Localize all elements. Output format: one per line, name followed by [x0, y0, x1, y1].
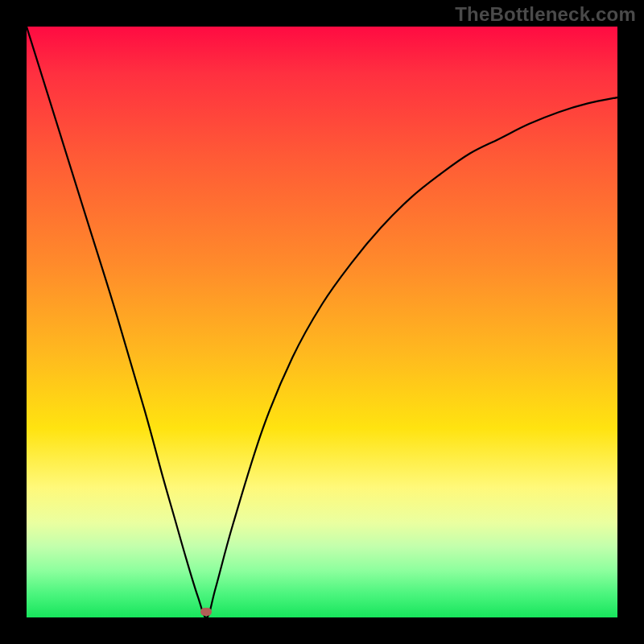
- curve-svg: [27, 27, 617, 617]
- watermark-text: TheBottleneck.com: [455, 3, 636, 26]
- chart-frame: TheBottleneck.com: [0, 0, 644, 644]
- minimum-marker: [200, 608, 212, 616]
- bottleneck-curve: [27, 27, 617, 617]
